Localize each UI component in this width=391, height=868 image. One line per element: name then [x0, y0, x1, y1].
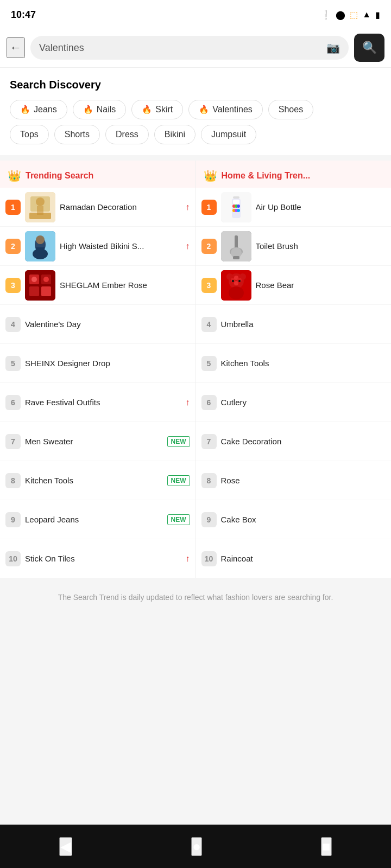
- tag-nails-label: Nails: [97, 105, 116, 114]
- tag-dress[interactable]: Dress: [105, 125, 149, 144]
- trending-search-header: 👑 Trending Search: [0, 161, 195, 188]
- trending-item-4[interactable]: 4 Valentine's Day: [0, 305, 195, 344]
- svg-rect-20: [233, 200, 239, 204]
- trending-item-1-badge: ↑: [186, 202, 190, 212]
- home-item-2[interactable]: 2 Toilet Brush: [196, 227, 392, 266]
- home-rank-badge-4: 4: [201, 317, 217, 332]
- tag-skirt-label: Skirt: [155, 105, 173, 114]
- hot-tags-row: 🔥 Jeans 🔥 Nails 🔥 Skirt 🔥 Valentines Sho…: [10, 100, 381, 119]
- tag-jumpsuit[interactable]: Jumpsuit: [201, 125, 256, 144]
- nav-recents-button[interactable]: ■: [321, 837, 332, 856]
- trending-item-4-name: Valentine's Day: [25, 320, 190, 329]
- tag-jumpsuit-label: Jumpsuit: [211, 130, 246, 139]
- home-item-1[interactable]: 1 Air Up Bottle: [196, 188, 392, 227]
- fire-icon-nails: 🔥: [83, 105, 93, 114]
- trending-item-10[interactable]: 10 Stick On Tiles ↑: [0, 539, 195, 578]
- rank-badge-6: 6: [5, 395, 21, 410]
- trending-item-3-name: SHEGLAM Ember Rose: [60, 280, 190, 290]
- trending-item-5[interactable]: 5 SHEINX Designer Drop: [0, 344, 195, 383]
- trending-img-2: [25, 231, 55, 261]
- svg-rect-10: [25, 270, 55, 301]
- home-item-8-name: Rose: [221, 476, 386, 485]
- trending-img-3: [25, 270, 55, 301]
- home-living-header: 👑 Home & Living Tren...: [196, 161, 392, 188]
- tag-bikini[interactable]: Bikini: [154, 125, 195, 144]
- svg-point-36: [229, 286, 244, 299]
- status-icons: ❕ ⬤ ⬚ ▲ ▮: [320, 10, 380, 20]
- home-item-7[interactable]: 7 Cake Decoration: [196, 422, 392, 461]
- trending-item-9[interactable]: 9 Leopard Jeans NEW: [0, 500, 195, 539]
- nav-bar: ◀ ● ■: [0, 825, 391, 868]
- home-rank-badge-8: 8: [201, 473, 217, 488]
- trending-item-9-name: Leopard Jeans: [25, 515, 163, 524]
- tag-jeans[interactable]: 🔥 Jeans: [10, 100, 67, 119]
- svg-rect-31: [233, 256, 239, 259]
- crown-icon-home: 👑: [204, 169, 217, 182]
- camera-icon[interactable]: 📷: [326, 41, 340, 54]
- search-bar: ← 📷 🔍: [0, 28, 391, 68]
- nav-back-button[interactable]: ◀: [59, 837, 72, 856]
- home-rank-badge-5: 5: [201, 356, 217, 371]
- circle-icon: ⬤: [336, 10, 345, 20]
- gray-area: [0, 616, 391, 822]
- trending-item-6[interactable]: 6 Rave Festival Outfits ↑: [0, 383, 195, 422]
- svg-rect-13: [29, 286, 39, 296]
- home-item-6[interactable]: 6 Cutlery: [196, 383, 392, 422]
- status-bar: 10:47 ❕ ⬤ ⬚ ▲ ▮: [0, 0, 391, 28]
- tag-skirt[interactable]: 🔥 Skirt: [131, 100, 183, 119]
- tag-shoes-label: Shoes: [279, 105, 303, 114]
- home-item-4[interactable]: 4 Umbrella: [196, 305, 392, 344]
- search-input[interactable]: [39, 42, 321, 54]
- rank-badge-10: 10: [5, 551, 21, 566]
- rank-badge-8: 8: [5, 473, 21, 488]
- svg-rect-9: [36, 247, 45, 255]
- home-rank-badge-3: 3: [201, 278, 217, 293]
- discovery-section: Search Discovery 🔥 Jeans 🔥 Nails 🔥 Skirt…: [0, 68, 391, 155]
- tag-valentines[interactable]: 🔥 Valentines: [188, 100, 263, 119]
- trending-item-5-name: SHEINX Designer Drop: [25, 359, 190, 368]
- tag-bikini-label: Bikini: [165, 130, 185, 139]
- back-button[interactable]: ←: [7, 37, 25, 58]
- home-item-5-name: Kitchen Tools: [221, 359, 386, 368]
- trending-item-8-badge: NEW: [167, 475, 190, 486]
- rank-badge-9: 9: [5, 512, 21, 527]
- home-living-col: 👑 Home & Living Tren... 1: [196, 161, 392, 578]
- tag-nails[interactable]: 🔥 Nails: [73, 100, 127, 119]
- tag-tops[interactable]: Tops: [10, 125, 49, 144]
- trending-item-8-name: Kitchen Tools: [25, 476, 163, 485]
- cast-icon: ⬚: [350, 10, 358, 20]
- home-item-10[interactable]: 10 Raincoat: [196, 539, 392, 578]
- svg-point-26: [237, 209, 240, 212]
- rank-badge-5: 5: [5, 356, 21, 371]
- search-button[interactable]: 🔍: [354, 34, 384, 62]
- home-rank-badge-2: 2: [201, 239, 217, 254]
- home-item-10-name: Raincoat: [221, 554, 386, 563]
- crown-icon-trending: 👑: [8, 169, 21, 182]
- home-item-8[interactable]: 8 Rose: [196, 461, 392, 500]
- svg-point-23: [237, 205, 240, 208]
- home-item-3[interactable]: 3: [196, 266, 392, 305]
- search-input-wrap: 📷: [30, 36, 349, 60]
- rank-badge-4: 4: [5, 317, 21, 332]
- trending-item-10-name: Stick On Tiles: [25, 554, 181, 563]
- trending-item-1-name: Ramadan Decoration: [60, 202, 181, 212]
- trending-search-title: Trending Search: [26, 171, 93, 181]
- tag-shoes[interactable]: Shoes: [268, 100, 313, 119]
- rank-badge-1: 1: [5, 200, 21, 215]
- home-img-2: [221, 231, 251, 261]
- battery-icon: ▮: [375, 10, 380, 20]
- rank-badge-3: 3: [5, 278, 21, 293]
- home-item-9[interactable]: 9 Cake Box: [196, 500, 392, 539]
- tag-shorts[interactable]: Shorts: [54, 125, 100, 144]
- trending-item-8[interactable]: 8 Kitchen Tools NEW: [0, 461, 195, 500]
- home-item-5[interactable]: 5 Kitchen Tools: [196, 344, 392, 383]
- trending-item-7[interactable]: 7 Men Sweater NEW: [0, 422, 195, 461]
- home-item-1-name: Air Up Bottle: [256, 202, 386, 212]
- trending-item-2[interactable]: 2 High Waisted Bikini S... ↑: [0, 227, 195, 266]
- normal-tags-row: Tops Shorts Dress Bikini Jumpsuit: [10, 125, 381, 144]
- trending-item-3[interactable]: 3 SHEGLAM Ember Rose: [0, 266, 195, 305]
- trending-item-1[interactable]: 1 Ramadan Decoration ↑: [0, 188, 195, 227]
- nav-home-button[interactable]: ●: [191, 837, 202, 856]
- svg-point-41: [232, 280, 234, 282]
- alert-icon: ❕: [320, 10, 331, 20]
